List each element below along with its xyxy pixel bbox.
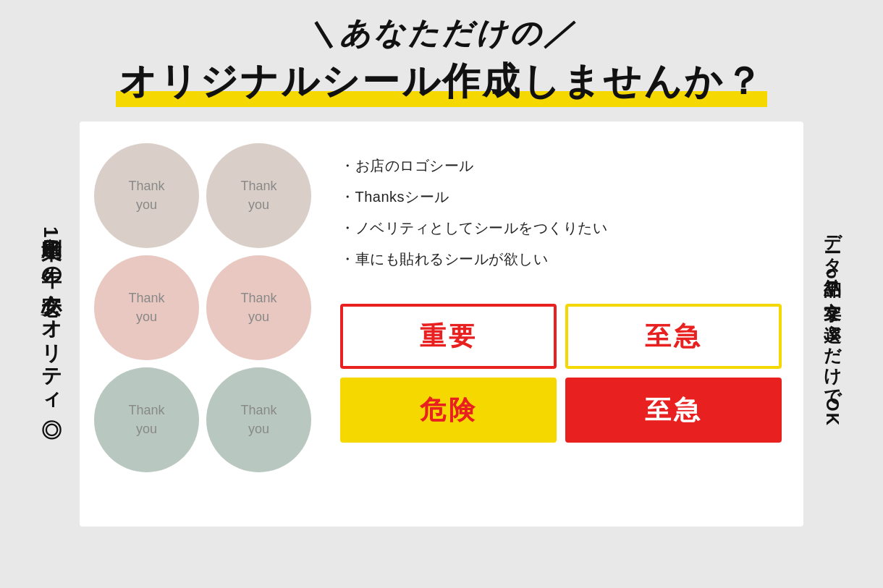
bullet-item: 車にも貼れるシールが欲しい [340,244,782,275]
sticker-circle: Thank you [94,255,199,360]
sticker-circle: Thank you [94,367,199,472]
label-button[interactable]: 危険 [340,378,557,443]
bullet-item: お店のロゴシール [340,150,782,182]
bullet-list: お店のロゴシールThanksシールノベリティとしてシールをつくりたい車にも貼れる… [340,150,782,275]
header: ＼あなただけの／ オリジナルシール作成しませんか？ [0,0,883,107]
sticker-grid: Thank youThank youThank youThank youThan… [94,143,311,505]
label-button[interactable]: 至急 [565,304,782,369]
label-button[interactable]: 重要 [340,304,557,369]
right-side-text: データ納品or文字を選ぶだけでOK [803,122,861,527]
sticker-circle: Thank you [206,255,311,360]
sticker-circle: Thank you [206,367,311,472]
white-card: Thank youThank youThank youThank youThan… [80,122,803,527]
sticker-circle: Thank you [206,143,311,248]
title-line2-wrap: オリジナルシール作成しませんか？ [43,56,840,107]
bullet-item: ノベリティとしてシールをつくりたい [340,213,782,244]
title-line1: ＼あなただけの／ [43,13,840,54]
bullet-item: Thanksシール [340,182,782,213]
main-content: 印刷業15年の安心クオリティ◎ Thank youThank youThank … [22,122,861,527]
title-line2: オリジナルシール作成しませんか？ [119,56,764,107]
right-panel: お店のロゴシールThanksシールノベリティとしてシールをつくりたい車にも貼れる… [326,143,789,505]
label-button[interactable]: 至急 [565,378,782,443]
label-grid: 重要至急危険至急 [340,304,782,443]
left-side-text: 印刷業15年の安心クオリティ◎ [22,122,80,527]
sticker-circle: Thank you [94,143,199,248]
